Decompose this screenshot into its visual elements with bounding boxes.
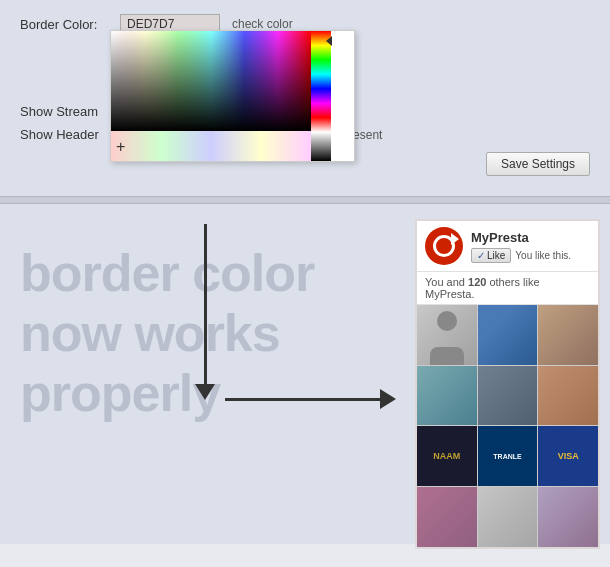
spectrum-arrow bbox=[326, 36, 332, 46]
svg-rect-2 bbox=[111, 31, 311, 131]
arrow-right bbox=[225, 389, 396, 409]
fb-like-row: ✓ Like You like this. bbox=[471, 248, 571, 263]
like-checkmark-icon: ✓ bbox=[477, 250, 485, 261]
arrow-horizontal-line bbox=[225, 398, 380, 401]
arrow-head-down bbox=[195, 384, 215, 400]
fb-photo-11[interactable] bbox=[478, 487, 538, 547]
border-color-label: Border Color: bbox=[20, 17, 120, 32]
watermark-line1: border color bbox=[20, 244, 314, 304]
divider bbox=[0, 196, 610, 204]
fb-widget: MyPresta ✓ Like You like this. You and 1… bbox=[415, 219, 600, 549]
fb-photo-8[interactable]: TRANLE bbox=[478, 426, 538, 486]
fb-photo-6[interactable] bbox=[538, 366, 598, 426]
color-picker-cursor: + bbox=[116, 138, 125, 156]
you-like-text: You like this. bbox=[515, 250, 571, 261]
fb-photo-5[interactable] bbox=[478, 366, 538, 426]
fb-widget-header: MyPresta ✓ Like You like this. bbox=[417, 221, 598, 272]
color-gradient-area[interactable]: + bbox=[111, 31, 311, 161]
fb-title-area: MyPresta ✓ Like You like this. bbox=[471, 230, 571, 263]
show-header-label: Show Header bbox=[20, 127, 120, 142]
fb-photo-7[interactable]: NAAM bbox=[417, 426, 477, 486]
fb-photo-12[interactable] bbox=[538, 487, 598, 547]
like-button-label: Like bbox=[487, 250, 505, 261]
preview-area: border color now works properly MyPresta… bbox=[0, 204, 610, 544]
arrow-vertical-line bbox=[204, 224, 207, 384]
fb-photo-3[interactable] bbox=[538, 305, 598, 365]
arrow-head-right bbox=[380, 389, 396, 409]
show-stream-label: Show Stream bbox=[20, 104, 120, 119]
save-settings-button[interactable]: Save Settings bbox=[486, 152, 590, 176]
check-color-link[interactable]: check color bbox=[232, 17, 293, 31]
fb-logo-arrow bbox=[451, 233, 459, 245]
spectrum-gradient bbox=[311, 31, 331, 161]
fb-photo-4[interactable] bbox=[417, 366, 477, 426]
color-spectrum-bar[interactable] bbox=[311, 31, 331, 161]
fb-photo-10[interactable] bbox=[417, 487, 477, 547]
fb-title: MyPresta bbox=[471, 230, 571, 245]
like-button[interactable]: ✓ Like bbox=[471, 248, 511, 263]
color-picker-popup[interactable]: + bbox=[110, 30, 355, 162]
arrow-down bbox=[195, 224, 215, 400]
watermark-line2: now works bbox=[20, 304, 314, 364]
fb-logo bbox=[425, 227, 463, 265]
fb-count: You and 120 others like MyPresta. bbox=[417, 272, 598, 305]
fb-photo-1[interactable] bbox=[417, 305, 477, 365]
svg-rect-4 bbox=[111, 131, 311, 161]
fb-photo-2[interactable] bbox=[478, 305, 538, 365]
fb-photos-grid: NAAM TRANLE VISA bbox=[417, 305, 598, 547]
fb-photo-9[interactable]: VISA bbox=[538, 426, 598, 486]
settings-panel: Border Color: check color bbox=[0, 0, 610, 196]
